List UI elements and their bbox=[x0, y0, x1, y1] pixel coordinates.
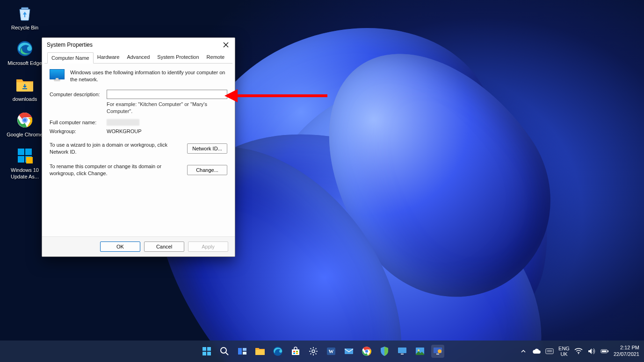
tab-body: Windows uses the following information t… bbox=[42, 64, 235, 236]
svg-point-26 bbox=[312, 350, 315, 353]
svg-rect-12 bbox=[207, 347, 211, 351]
close-icon bbox=[223, 42, 229, 48]
dialog-footer: OK Cancel Apply bbox=[42, 236, 235, 256]
chevron-up-icon bbox=[521, 348, 526, 354]
windows-update-icon bbox=[15, 146, 34, 165]
change-button[interactable]: Change... bbox=[187, 165, 227, 175]
tray-language[interactable]: ENG UK bbox=[558, 346, 570, 357]
tray-keyboard[interactable] bbox=[545, 347, 554, 355]
svg-rect-45 bbox=[602, 350, 607, 352]
shield-icon bbox=[380, 346, 389, 356]
taskview-icon bbox=[237, 346, 247, 356]
titlebar[interactable]: System Properties bbox=[42, 38, 235, 52]
ok-button[interactable]: OK bbox=[100, 241, 140, 252]
tray-clock[interactable]: 2:12 PM 22/07/2021 bbox=[614, 345, 639, 358]
taskbar-taskview[interactable] bbox=[236, 345, 249, 358]
taskbar-photos[interactable] bbox=[413, 345, 427, 358]
svg-rect-19 bbox=[243, 352, 246, 355]
photos-icon bbox=[415, 347, 425, 356]
svg-rect-11 bbox=[203, 347, 206, 351]
monitor-icon bbox=[397, 347, 407, 356]
svg-rect-24 bbox=[293, 353, 295, 354]
full-computer-name-value bbox=[107, 119, 139, 126]
cancel-button[interactable]: Cancel bbox=[144, 241, 184, 252]
desktop-icon-edge[interactable]: Microsoft Edge bbox=[4, 39, 46, 66]
windows-start-icon bbox=[202, 346, 212, 356]
workgroup-label: Workgroup: bbox=[50, 128, 107, 134]
tray-onedrive[interactable] bbox=[532, 347, 541, 355]
taskbar-chrome[interactable] bbox=[360, 345, 373, 358]
edge-icon bbox=[15, 39, 34, 58]
svg-point-31 bbox=[365, 350, 368, 353]
cloud-icon bbox=[532, 348, 541, 355]
taskbar-security[interactable] bbox=[378, 345, 391, 358]
apply-button[interactable]: Apply bbox=[188, 241, 228, 252]
battery-icon bbox=[601, 348, 609, 354]
taskbar-center: W bbox=[200, 345, 444, 358]
taskbar: W ENG UK 2:12 PM 22/07/2021 bbox=[0, 341, 644, 362]
desktop-icon-downloads[interactable]: downloads bbox=[4, 75, 46, 102]
taskbar-search[interactable] bbox=[218, 345, 231, 358]
downloads-folder-icon bbox=[15, 75, 34, 94]
computer-description-label: Computer description: bbox=[50, 92, 107, 97]
tab-system-protection[interactable]: System Protection bbox=[153, 52, 203, 63]
system-tray: ENG UK 2:12 PM 22/07/2021 bbox=[519, 345, 644, 358]
tab-computer-name[interactable]: Computer Name bbox=[47, 52, 94, 64]
svg-rect-1 bbox=[22, 88, 27, 89]
annotation-arrow bbox=[224, 89, 327, 103]
network-id-description: To use a wizard to join a domain or work… bbox=[50, 142, 182, 156]
svg-rect-39 bbox=[546, 349, 553, 354]
desktop-icon-recycle-bin[interactable]: Recycle Bin bbox=[4, 4, 46, 31]
system-properties-window: System Properties Computer Name Hardware… bbox=[42, 37, 235, 257]
taskbar-explorer[interactable] bbox=[253, 345, 267, 358]
taskbar-screensketch[interactable] bbox=[396, 345, 409, 358]
svg-line-16 bbox=[226, 353, 228, 355]
gear-icon bbox=[308, 346, 318, 356]
monitor-icon bbox=[50, 69, 65, 81]
chrome-icon bbox=[362, 346, 372, 356]
svg-rect-23 bbox=[296, 351, 298, 352]
tray-wifi[interactable] bbox=[574, 347, 583, 355]
svg-point-42 bbox=[578, 353, 579, 354]
svg-rect-33 bbox=[401, 354, 404, 355]
tab-remote[interactable]: Remote bbox=[203, 52, 229, 63]
tab-advanced[interactable]: Advanced bbox=[123, 52, 153, 63]
tray-battery[interactable] bbox=[601, 347, 609, 355]
start-button[interactable] bbox=[200, 345, 213, 358]
svg-point-38 bbox=[438, 349, 441, 353]
svg-rect-21 bbox=[292, 349, 299, 355]
desktop-icon-win10-update[interactable]: Windows 10 Update As... bbox=[4, 146, 46, 180]
svg-rect-32 bbox=[398, 348, 406, 353]
change-description: To rename this computer or change its do… bbox=[50, 163, 182, 177]
workgroup-value: WORKGROUP bbox=[107, 128, 142, 134]
system-properties-icon bbox=[433, 347, 443, 356]
taskbar-settings[interactable] bbox=[307, 345, 320, 358]
taskbar-store[interactable] bbox=[289, 345, 302, 358]
taskbar-edge[interactable] bbox=[271, 345, 284, 358]
svg-rect-22 bbox=[293, 351, 295, 352]
word-icon: W bbox=[326, 346, 336, 356]
computer-description-input[interactable] bbox=[107, 90, 227, 99]
taskbar-system-properties[interactable] bbox=[431, 345, 444, 358]
speaker-icon bbox=[588, 348, 595, 355]
close-button[interactable] bbox=[221, 40, 231, 50]
taskbar-word[interactable]: W bbox=[325, 345, 338, 358]
svg-rect-10 bbox=[26, 157, 33, 163]
network-id-button[interactable]: Network ID... bbox=[187, 143, 227, 154]
svg-rect-17 bbox=[238, 348, 242, 355]
svg-rect-8 bbox=[18, 156, 24, 163]
window-title: System Properties bbox=[47, 42, 221, 48]
taskbar-mail[interactable] bbox=[342, 345, 355, 358]
keyboard-icon bbox=[545, 348, 554, 355]
tab-hardware[interactable]: Hardware bbox=[94, 52, 123, 63]
svg-point-35 bbox=[418, 349, 420, 351]
intro-text: Windows uses the following information t… bbox=[70, 69, 227, 83]
wifi-icon bbox=[574, 348, 583, 355]
store-icon bbox=[290, 346, 301, 356]
svg-rect-44 bbox=[608, 350, 608, 352]
desktop-icon-chrome[interactable]: Google Chrome bbox=[4, 111, 46, 138]
tray-volume[interactable] bbox=[587, 347, 596, 355]
svg-rect-7 bbox=[25, 149, 32, 155]
tray-chevron-up[interactable] bbox=[519, 347, 528, 355]
full-computer-name-label: Full computer name: bbox=[50, 120, 107, 125]
